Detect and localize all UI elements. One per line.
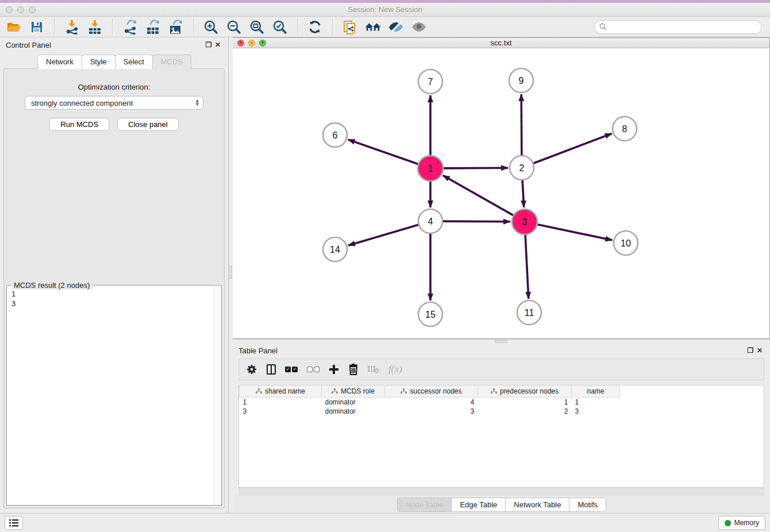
- tab-network-table[interactable]: Network Table: [505, 498, 569, 512]
- table-options-gear-icon[interactable]: [246, 363, 257, 376]
- graph-node-7[interactable]: 7: [418, 70, 442, 94]
- zoom-in-icon[interactable]: [203, 19, 219, 35]
- show-annotations-icon[interactable]: [411, 19, 427, 35]
- column-header-shared-name[interactable]: shared name: [240, 385, 322, 397]
- float-panel-icon[interactable]: ❐: [204, 41, 213, 49]
- toolbar-separator: [54, 19, 55, 35]
- splitter-grip[interactable]: [229, 266, 232, 279]
- graph-edge-1-6[interactable]: [348, 140, 419, 164]
- graph-node-3[interactable]: 3: [512, 209, 537, 234]
- optimization-criterion-label: Optimization criterion:: [4, 83, 224, 91]
- graph-edge-4-14[interactable]: [348, 225, 419, 245]
- toolbar-separator: [332, 19, 333, 35]
- search-input[interactable]: [610, 23, 757, 31]
- vertical-splitter[interactable]: [228, 37, 233, 513]
- search-icon: [599, 23, 607, 30]
- graph-node-2[interactable]: 2: [510, 156, 534, 180]
- table-tabs: Node Table Edge Table Network Table Moti…: [233, 496, 770, 513]
- svg-text:6: 6: [333, 130, 338, 140]
- graph-node-1[interactable]: 1: [418, 156, 443, 181]
- open-session-icon[interactable]: [6, 19, 22, 35]
- graph-edge-1-2[interactable]: [443, 168, 508, 168]
- graph-node-10[interactable]: 10: [614, 231, 638, 255]
- tab-mcds[interactable]: MCDS: [152, 55, 191, 69]
- run-mcds-button[interactable]: Run MCDS: [49, 118, 109, 131]
- hide-annotations-icon[interactable]: [388, 19, 404, 35]
- graph-node-14[interactable]: 14: [323, 237, 347, 261]
- unselect-all-columns-icon[interactable]: [307, 363, 319, 376]
- task-history-button[interactable]: [5, 516, 23, 530]
- toolbar-separator: [193, 19, 194, 35]
- memory-button[interactable]: Memory: [718, 516, 765, 530]
- network-canvas[interactable]: 7968124314101511: [233, 48, 769, 338]
- criterion-select[interactable]: strongly connected component ▲▼: [25, 96, 203, 110]
- zoom-fit-icon[interactable]: [249, 19, 265, 35]
- graph-edge-3-1[interactable]: [443, 175, 514, 215]
- export-network-icon[interactable]: [122, 19, 138, 35]
- column-header-predecessor-nodes[interactable]: predecessor nodes: [478, 385, 572, 397]
- refresh-icon[interactable]: [307, 19, 323, 35]
- result-scrollbar[interactable]: [214, 286, 221, 505]
- svg-text:3: 3: [522, 217, 528, 227]
- column-header-name[interactable]: name: [572, 385, 620, 397]
- export-table-icon[interactable]: [145, 19, 161, 35]
- delete-rows-trash-icon[interactable]: [348, 363, 359, 376]
- graph-edge-3-11[interactable]: [525, 234, 529, 299]
- create-column-plus-icon[interactable]: [329, 363, 339, 376]
- svg-text:14: 14: [330, 245, 340, 255]
- tab-node-table[interactable]: Node Table: [397, 498, 452, 512]
- table-header-row: shared name MCDS role successor nodes pr…: [240, 385, 620, 397]
- tab-motifs[interactable]: Motifs: [569, 498, 606, 512]
- import-table-icon[interactable]: [87, 19, 103, 35]
- hierarchy-icon: [332, 388, 338, 394]
- table-row[interactable]: 3dominator 32 3: [240, 407, 620, 416]
- graph-node-11[interactable]: 11: [517, 300, 541, 325]
- svg-text:4: 4: [428, 217, 433, 226]
- show-column-panel-icon[interactable]: [267, 363, 276, 376]
- control-panel-tabs: Network Style Select MCDS: [0, 55, 228, 69]
- table-row[interactable]: 1dominator 41 1: [240, 397, 620, 407]
- main-toolbar: [0, 17, 770, 37]
- splitter-grip[interactable]: [495, 340, 507, 343]
- table-panel-title: Table Panel: [238, 346, 746, 355]
- close-panel-button[interactable]: Close panel: [117, 118, 179, 131]
- graph-edge-2-9[interactable]: [521, 94, 522, 156]
- column-header-successor-nodes[interactable]: successor nodes: [385, 385, 478, 397]
- horizontal-splitter[interactable]: [233, 339, 770, 344]
- table-scrollbar-strip[interactable]: [238, 488, 764, 496]
- graph-node-9[interactable]: 9: [509, 68, 533, 92]
- graph-node-6[interactable]: 6: [323, 123, 347, 147]
- network-documents-icon[interactable]: [342, 19, 358, 35]
- memory-status-icon: [725, 520, 731, 526]
- graph-edge-3-10[interactable]: [537, 225, 613, 241]
- app-titlebar: Session: New Session: [0, 3, 770, 17]
- search-box[interactable]: [594, 20, 762, 34]
- zoom-out-icon[interactable]: [226, 19, 242, 35]
- graph-edge-4-3[interactable]: [442, 221, 510, 222]
- svg-text:9: 9: [519, 76, 524, 86]
- network-window-titlebar[interactable]: × − + scc.txt: [233, 38, 769, 48]
- tab-network[interactable]: Network: [37, 55, 82, 69]
- save-session-icon[interactable]: [29, 19, 45, 35]
- import-network-icon[interactable]: [64, 19, 80, 35]
- close-table-panel-icon[interactable]: ✕: [755, 346, 764, 354]
- mcds-result-text[interactable]: 1 3: [7, 286, 214, 505]
- graph-node-15[interactable]: 15: [418, 302, 442, 326]
- close-panel-icon[interactable]: ✕: [213, 41, 222, 49]
- float-table-panel-icon[interactable]: ❐: [746, 346, 755, 354]
- zoom-selected-icon[interactable]: [272, 19, 288, 35]
- node-table: shared name MCDS role successor nodes pr…: [238, 385, 764, 488]
- column-header-mcds-role[interactable]: MCDS role: [322, 385, 385, 397]
- toolbar-separator: [297, 19, 298, 35]
- graph-node-4[interactable]: 4: [418, 209, 442, 233]
- svg-text:1: 1: [428, 164, 433, 174]
- graph-edge-2-8[interactable]: [533, 134, 612, 164]
- tab-edge-table[interactable]: Edge Table: [451, 498, 506, 512]
- graph-edge-2-3[interactable]: [522, 180, 524, 207]
- cyndex-houses-icon[interactable]: [365, 19, 381, 35]
- tab-select[interactable]: Select: [115, 55, 153, 69]
- select-all-columns-icon[interactable]: ✓✓: [285, 363, 298, 376]
- export-image-icon[interactable]: [168, 19, 184, 35]
- graph-node-8[interactable]: 8: [613, 117, 637, 141]
- tab-style[interactable]: Style: [82, 55, 116, 69]
